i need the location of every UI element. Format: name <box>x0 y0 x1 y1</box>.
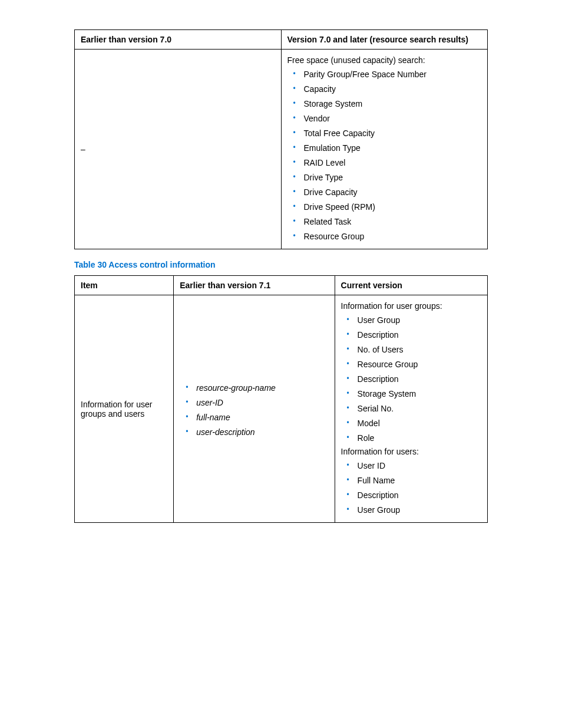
list-item: Capacity <box>293 82 482 97</box>
t1-right-intro: Free space (unused capacity) search: <box>287 55 482 65</box>
list-item: User Group <box>347 503 481 518</box>
list-item: Drive Speed (RPM) <box>293 200 482 215</box>
list-item: Resource Group <box>293 229 482 244</box>
list-item: Serial No. <box>347 401 481 416</box>
t1-row-right: Free space (unused capacity) search: Par… <box>281 50 488 249</box>
t2-header-col3: Current version <box>335 276 487 295</box>
list-item: full-name <box>186 410 328 425</box>
list-item: RAID Level <box>293 156 482 170</box>
list-item: Total Free Capacity <box>293 126 482 141</box>
list-item: Resource Group <box>347 357 481 372</box>
list-item: User Group <box>347 313 481 328</box>
list-item: resource-group-name <box>186 381 328 396</box>
t1-right-list: Parity Group/Free Space Number Capacity … <box>287 67 482 244</box>
t1-header-col1: Earlier than version 7.0 <box>75 30 282 50</box>
list-item: User ID <box>347 459 481 473</box>
list-item: Emulation Type <box>293 141 482 156</box>
list-item: Vendor <box>293 111 482 126</box>
t2-row-c2: resource-group-name user-ID full-name us… <box>174 295 335 523</box>
list-item: Drive Type <box>293 170 482 185</box>
t2-c3-list1: User Group Description No. of Users Reso… <box>341 313 481 446</box>
list-item: user-description <box>186 425 328 440</box>
t2-c2-list: resource-group-name user-ID full-name us… <box>180 381 328 440</box>
list-item: No. of Users <box>347 342 481 357</box>
t2-row-c1: Information for user groups and users <box>75 295 174 523</box>
list-item: Description <box>347 488 481 503</box>
t1-row-left: – <box>75 50 282 249</box>
t1-header-col2: Version 7.0 and later (resource search r… <box>281 30 488 50</box>
list-item: Drive Capacity <box>293 185 482 200</box>
t2-header-col1: Item <box>75 276 174 295</box>
list-item: Parity Group/Free Space Number <box>293 67 482 82</box>
table-earlier-vs-v7: Earlier than version 7.0 Version 7.0 and… <box>74 29 488 249</box>
list-item: Description <box>347 328 481 342</box>
t2-c3-list2: User ID Full Name Description User Group <box>341 459 481 518</box>
table-access-control: Item Earlier than version 7.1 Current ve… <box>74 275 488 523</box>
list-item: Description <box>347 372 481 387</box>
t2-header-col2: Earlier than version 7.1 <box>174 276 335 295</box>
list-item: user-ID <box>186 396 328 410</box>
table-row: – Free space (unused capacity) search: P… <box>75 50 488 249</box>
table2-caption: Table 30 Access control information <box>74 260 488 269</box>
t2-row-c3: Information for user groups: User Group … <box>335 295 487 523</box>
t2-c3-intro2: Information for users: <box>341 447 481 456</box>
list-item: Storage System <box>293 97 482 111</box>
list-item: Storage System <box>347 387 481 401</box>
list-item: Related Task <box>293 215 482 229</box>
list-item: Model <box>347 416 481 431</box>
t2-c3-intro1: Information for user groups: <box>341 301 481 311</box>
list-item: Role <box>347 431 481 446</box>
list-item: Full Name <box>347 473 481 488</box>
table-row: Information for user groups and users re… <box>75 295 488 523</box>
